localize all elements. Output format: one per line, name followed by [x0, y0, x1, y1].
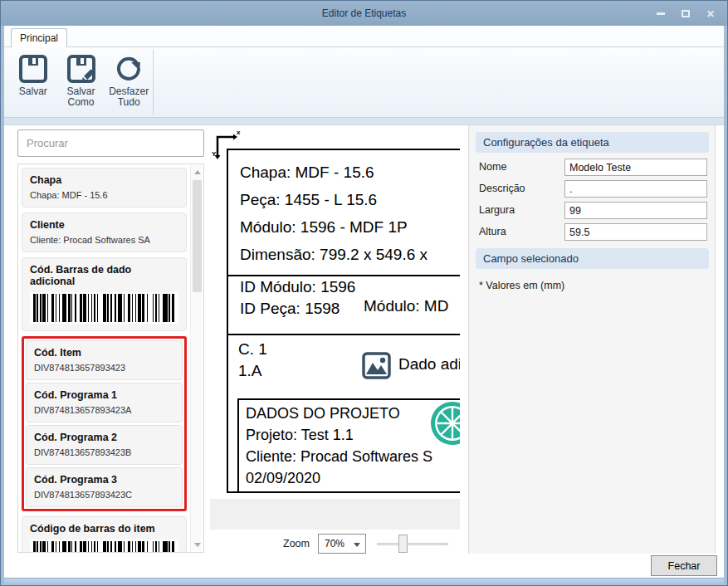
window-border-left [1, 26, 4, 585]
zoom-label: Zoom [283, 538, 310, 549]
field-1a[interactable]: 1.A [238, 362, 262, 380]
minimize-button[interactable] [652, 7, 669, 20]
zoom-value: 70% [325, 538, 344, 549]
window-border-right [724, 26, 727, 585]
scrollbar-thumb[interactable] [193, 180, 202, 292]
search-input[interactable] [18, 130, 203, 156]
label-canvas[interactable]: x Y Chapa: MDF - 15.6 Peça: 1455 - L 15.… [210, 125, 460, 530]
save-as-label: Salvar Como [59, 86, 104, 108]
largura-field[interactable] [564, 202, 707, 219]
zoom-bar: Zoom 70% [210, 533, 460, 556]
axis-x-label: x [237, 129, 240, 136]
ribbon-bottom-strip [4, 118, 724, 125]
properties-panel: Configurações da etiqueta Nome Descrição… [468, 125, 716, 554]
project-line3: 02/09/2020 [246, 467, 460, 489]
field-id-modulo[interactable]: ID Módulo: 1596 [240, 278, 355, 296]
logo-lime-icon [431, 402, 460, 445]
list-item-cod-programa-1[interactable]: Cód. Programa 1 DIV874813657893423A [26, 383, 183, 422]
field-id-peca[interactable]: ID Peça: 1598 [240, 300, 340, 318]
units-note: * Valores em (mm) [479, 280, 564, 291]
save-label: Salvar [11, 86, 56, 97]
label-editor-window: Editor de Etiquetas ✕ Principal Salvar [0, 0, 728, 586]
field-c1[interactable]: C. 1 [238, 340, 267, 359]
scroll-down-button[interactable] [191, 538, 203, 551]
list-item-subtitle: Cliente: Procad Softwares SA [30, 235, 178, 245]
maximize-button[interactable] [677, 7, 694, 20]
label-preview[interactable]: Chapa: MDF - 15.6 Peça: 1455 - L 15.6 Mó… [227, 149, 460, 493]
tab-principal[interactable]: Principal [11, 28, 67, 47]
ribbon-tab-row: Principal [4, 26, 724, 46]
list-item-title: Cód. Programa 3 [34, 474, 174, 486]
list-item-title: Cód. Barras de dado adicional [30, 264, 178, 287]
list-item-cod-item[interactable]: Cód. Item DIV874813657893423 [26, 340, 183, 380]
status-strip [1, 578, 727, 585]
scroll-up-button[interactable] [191, 165, 203, 178]
altura-label: Altura [479, 226, 506, 237]
save-button[interactable]: Salvar [11, 52, 56, 97]
list-item-subtitle: DIV874813657893423C [34, 490, 174, 500]
field-list: Chapa Chapa: MDF - 15.6 Cliente Cliente:… [17, 164, 204, 553]
nome-label: Nome [479, 161, 506, 173]
zoom-select[interactable]: 70% [318, 534, 366, 554]
project-line2: Cliente: Procad Softwares S [246, 446, 460, 467]
list-scrollbar[interactable] [190, 165, 203, 551]
image-placeholder-icon[interactable] [362, 352, 391, 379]
project-title: DADOS DO PROJETO [246, 403, 460, 424]
zoom-slider-thumb[interactable] [398, 535, 408, 553]
window-title: Editor de Etiquetas [322, 7, 406, 19]
list-item-title: Cód. Item [34, 347, 174, 359]
section-selected-field: Campo selecionado [476, 248, 709, 269]
barcode [30, 292, 178, 324]
field-dado-adicional[interactable]: Dado adicio [398, 355, 460, 374]
title-bar[interactable]: Editor de Etiquetas ✕ [1, 1, 727, 26]
save-as-button[interactable]: Salvar Como [59, 52, 104, 108]
list-item-cod-programa-2[interactable]: Cód. Programa 2 DIV874813657893423B [26, 425, 183, 465]
nome-field[interactable] [564, 159, 707, 176]
property-row-descricao: Descrição [479, 180, 710, 198]
zoom-slider-track[interactable] [377, 543, 448, 545]
zoom-slider[interactable] [377, 533, 448, 554]
section-label-settings: Configurações da etiqueta [476, 132, 709, 153]
fechar-button[interactable]: Fechar [651, 555, 717, 576]
list-item-chapa[interactable]: Chapa Chapa: MDF - 15.6 [22, 168, 187, 208]
chevron-up-icon [194, 170, 201, 174]
list-item-subtitle: DIV874813657893423A [34, 405, 174, 415]
list-item-title: Chapa [30, 174, 178, 186]
list-item-subtitle: DIV874813657893423B [34, 447, 174, 457]
undo-all-icon [114, 54, 144, 84]
list-item-cod-barras-adicional[interactable]: Cód. Barras de dado adicional [22, 257, 187, 331]
save-icon [18, 54, 48, 84]
property-row-nome: Nome [479, 159, 710, 176]
field-modulo-right[interactable]: Módulo: MD [364, 297, 448, 315]
save-as-icon [66, 54, 96, 84]
list-item-title: Cód. Programa 2 [34, 432, 174, 443]
project-line1: Projeto: Test 1.1 [246, 424, 460, 446]
list-item-subtitle: Chapa: MDF - 15.6 [30, 190, 178, 200]
ribbon: Salvar Salvar Como [4, 46, 724, 118]
list-item-subtitle: DIV874813657893423 [34, 363, 174, 373]
field-modulo[interactable]: Módulo: 1596 - MDF 1P [228, 213, 460, 241]
list-item-cliente[interactable]: Cliente Cliente: Procad Softwares SA [22, 212, 187, 252]
ribbon-group-main: Salvar Salvar Como [7, 49, 154, 115]
undo-all-label: Desfazer Tudo [106, 86, 151, 108]
axis-y-label: Y [212, 150, 216, 158]
altura-field[interactable] [564, 223, 707, 241]
field-chapa[interactable]: Chapa: MDF - 15.6 [228, 159, 460, 186]
artboard: x Y Chapa: MDF - 15.6 Peça: 1455 - L 15.… [210, 125, 460, 499]
close-button[interactable]: ✕ [702, 7, 719, 20]
largura-label: Largura [479, 204, 515, 216]
maximize-icon [682, 10, 690, 17]
field-peca[interactable]: Peça: 1455 - L 15.6 [228, 186, 460, 213]
field-dimensao[interactable]: Dimensão: 799.2 x 549.6 x [228, 241, 460, 268]
chevron-down-icon [354, 543, 360, 547]
descricao-label: Descrição [479, 183, 525, 194]
undo-all-button[interactable]: Desfazer Tudo [106, 52, 151, 108]
project-data-box[interactable]: DADOS DO PROJETO Projeto: Test 1.1 Clien… [237, 398, 460, 493]
list-item-cod-programa-3[interactable]: Cód. Programa 3 DIV874813657893423C [26, 467, 183, 507]
minimize-icon [657, 12, 665, 15]
list-item-title: Cliente [30, 219, 178, 231]
footer-bar: Fechar [4, 554, 724, 578]
descricao-field[interactable] [564, 180, 707, 198]
close-icon: ✕ [706, 9, 715, 19]
list-item-codigo-barras-item[interactable]: Código de barras do item [22, 516, 187, 553]
